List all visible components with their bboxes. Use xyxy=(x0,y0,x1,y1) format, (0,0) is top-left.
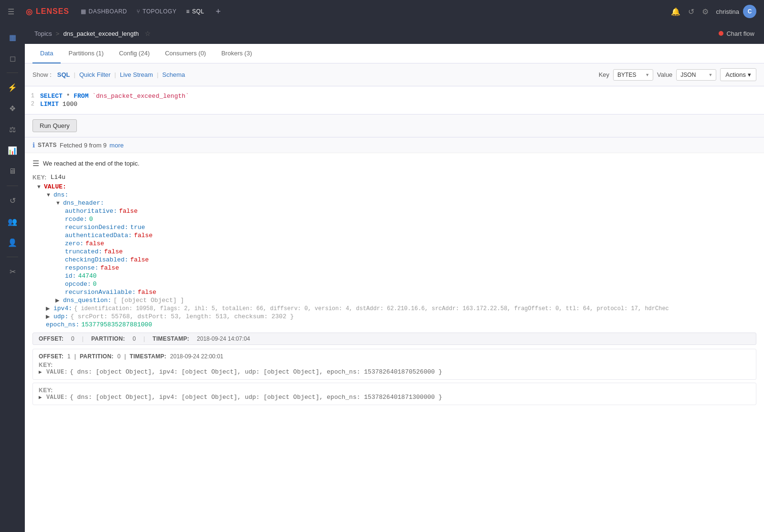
value-select[interactable]: JSON AVRO STRING BYTES xyxy=(676,69,716,81)
dns-header-collapse-icon[interactable]: ▼ xyxy=(55,200,61,206)
tab-consumers[interactable]: Consumers (0) xyxy=(157,44,213,63)
collapsed-key-row-1: KEY: xyxy=(39,362,750,368)
hamburger-icon[interactable]: ☰ xyxy=(8,7,14,16)
settings-icon[interactable]: ⚙ xyxy=(702,7,709,16)
epoch-ns-value: 1537795835287881000 xyxy=(81,321,152,328)
sidebar-item-filter[interactable]: ⚖ xyxy=(4,121,21,138)
show-label: Show : xyxy=(32,71,52,78)
stats-label: STATS xyxy=(38,142,57,148)
app-logo[interactable]: ◎ LENSES xyxy=(26,7,69,16)
actions-button[interactable]: Actions ▾ xyxy=(720,68,756,81)
user-menu[interactable]: christina C xyxy=(716,5,756,18)
nav-right: 🔔 ↺ ⚙ christina C xyxy=(671,5,756,18)
ipv4-label: ipv4: xyxy=(53,305,72,312)
username: christina xyxy=(716,8,739,15)
dns-node: ▼ dns: xyxy=(46,191,756,199)
chart-flow-dot xyxy=(719,31,723,36)
dns-header-children: authoritative: false rcode: 0 recursionD… xyxy=(65,207,756,296)
avatar: C xyxy=(743,5,756,18)
run-query-button[interactable]: Run Query xyxy=(32,119,77,132)
top-nav: ☰ ◎ LENSES ▦ DASHBOARD ⑂ TOPOLOGY ≡ SQL … xyxy=(0,0,764,23)
bell-icon[interactable]: 🔔 xyxy=(671,7,680,16)
content-area: Topics > dns_packet_exceed_length ☆ Char… xyxy=(25,23,764,532)
line-content-2[interactable]: LIMIT 1000 xyxy=(40,101,77,108)
sidebar-item-monitor[interactable]: 🖥 xyxy=(4,163,21,180)
field-recursionAvailable: recursionAvailable: false xyxy=(65,288,756,296)
key-select-wrapper: BYTES STRING JSON AVRO xyxy=(613,69,653,81)
timestamp-label: TIMESTAMP: xyxy=(153,335,190,342)
value-text-2: { dns: [object Object], ipv4: [object Ob… xyxy=(70,394,442,401)
partition-value: 0 xyxy=(133,335,136,342)
field-checkingDisabled: checkingDisabled: false xyxy=(65,256,756,264)
tab-data[interactable]: Data xyxy=(32,44,61,63)
ipv4-value: { identification: 10958, flags: 2, ihl: … xyxy=(74,305,669,312)
sidebar-item-tools[interactable]: ✂ xyxy=(4,263,21,280)
timestamp-label-1: TIMESTAMP: xyxy=(130,353,167,360)
dns-header-node: ▼ dns_header: xyxy=(55,199,756,207)
ipv4-expand-icon[interactable]: ▶ xyxy=(46,305,52,312)
favorite-star-icon[interactable]: ☆ xyxy=(145,30,151,37)
sql-line-2: 2 LIMIT 1000 xyxy=(25,100,764,108)
sidebar-item-puzzle[interactable]: ❖ xyxy=(4,100,21,117)
sidebar-item-flash[interactable]: ⚡ xyxy=(4,79,21,96)
udp-label: udp: xyxy=(53,313,68,320)
collapse-toggle-2[interactable]: ▶ xyxy=(39,394,44,400)
breadcrumb-separator: > xyxy=(56,30,60,37)
stats-more-link[interactable]: more xyxy=(109,142,124,149)
value-children: ▼ dns: ▼ dns_header: xyxy=(46,191,756,329)
nav-plus-button[interactable]: + xyxy=(216,7,221,17)
mode-schema[interactable]: Schema xyxy=(162,71,185,78)
actions-dropdown-icon: ▾ xyxy=(748,71,751,78)
offset-label-1: OFFSET: xyxy=(39,353,64,360)
sidebar-item-grid[interactable]: ▦ xyxy=(4,29,21,46)
value-text-1: { dns: [object Object], ipv4: [object Ob… xyxy=(70,368,442,376)
dns-label: dns: xyxy=(53,191,68,198)
field-opcode: opcode: 0 xyxy=(65,280,756,288)
breadcrumb-topics[interactable]: Topics xyxy=(34,30,52,37)
sidebar-item-users[interactable]: 👥 xyxy=(4,213,21,230)
partition-label-1: PARTITION: xyxy=(80,353,114,360)
mode-livestream[interactable]: Live Stream xyxy=(120,71,153,78)
data-view: ☰ We reached at the end of the topic. KE… xyxy=(25,153,764,532)
inner-content: Show : SQL | Quick Filter | Live Stream … xyxy=(25,63,764,532)
collapse-icon[interactable]: ▼ xyxy=(36,184,42,189)
history-icon[interactable]: ↺ xyxy=(688,7,694,16)
dns-question-node: ▶ dns_question: [ [object Object] ] xyxy=(55,296,756,304)
tab-config[interactable]: Config (24) xyxy=(111,44,157,63)
table-row: KEY: ▶ VALUE: { dns: [object Object], ip… xyxy=(32,383,756,405)
query-controls: Show : SQL | Quick Filter | Live Stream … xyxy=(25,63,764,86)
sidebar-item-group[interactable]: 👤 xyxy=(4,234,21,251)
sql-line-1: 1 SELECT * FROM `dns_packet_exceed_lengt… xyxy=(25,92,764,100)
field-response: response: false xyxy=(65,264,756,272)
tab-partitions[interactable]: Partitions (1) xyxy=(61,44,111,63)
line-content-1[interactable]: SELECT * FROM `dns_packet_exceed_length` xyxy=(40,93,189,100)
run-query-bar: Run Query xyxy=(25,115,764,137)
offset-value-1: 1 xyxy=(67,353,71,360)
field-truncated: truncated: false xyxy=(65,248,756,256)
main-nav: ▦ DASHBOARD ⑂ TOPOLOGY ≡ SQL + xyxy=(81,7,221,17)
partition-label: PARTITION: xyxy=(91,335,125,342)
tab-brokers[interactable]: Brokers (3) xyxy=(213,44,259,63)
nav-sql[interactable]: ≡ SQL xyxy=(186,7,204,17)
offset-label: OFFSET: xyxy=(39,335,64,342)
dns-question-expand-icon[interactable]: ▶ xyxy=(55,297,61,303)
dns-question-value: [ [object Object] ] xyxy=(113,297,184,304)
collapse-toggle-1[interactable]: ▶ xyxy=(39,369,44,375)
ipv4-node: ▶ ipv4: { identification: 10958, flags: … xyxy=(46,304,756,313)
nav-topology[interactable]: ⑂ TOPOLOGY xyxy=(137,7,177,17)
dns-collapse-icon[interactable]: ▼ xyxy=(46,192,52,198)
sidebar-item-doc[interactable]: ◻ xyxy=(4,50,21,67)
value-label: VALUE: xyxy=(44,183,66,190)
mode-quickfilter[interactable]: Quick Filter xyxy=(79,71,111,78)
nav-dashboard[interactable]: ▦ DASHBOARD xyxy=(81,7,127,17)
mode-sql[interactable]: SQL xyxy=(57,71,70,78)
end-of-topic: ☰ We reached at the end of the topic. xyxy=(32,159,756,168)
end-of-topic-text: We reached at the end of the topic. xyxy=(43,160,139,167)
key-select[interactable]: BYTES STRING JSON AVRO xyxy=(613,69,653,81)
key-label: Key xyxy=(599,71,609,78)
udp-expand-icon[interactable]: ▶ xyxy=(46,313,52,320)
sidebar-item-history[interactable]: ↺ xyxy=(4,192,21,209)
field-zero: zero: false xyxy=(65,240,756,248)
sidebar-item-chart[interactable]: 📊 xyxy=(4,142,21,159)
dns-question-label: dns_question: xyxy=(63,297,111,304)
